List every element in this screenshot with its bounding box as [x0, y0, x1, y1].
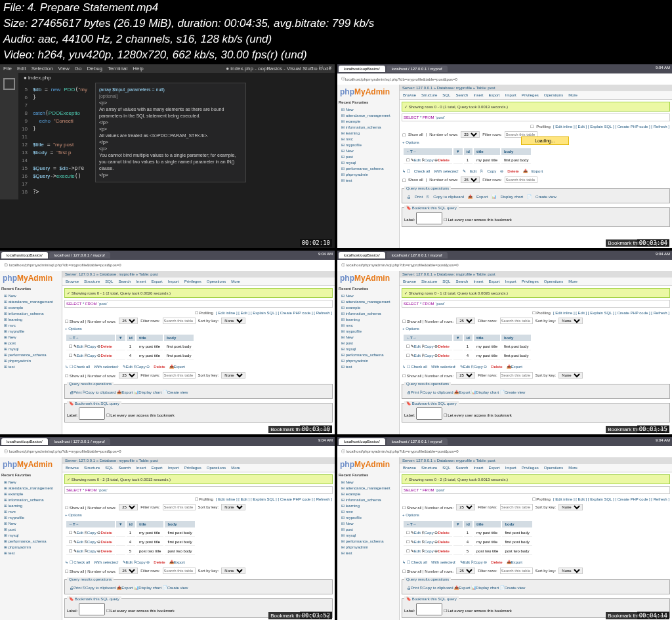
pma-tabs[interactable]: BrowseStructureSQLSearchInsertExportImpo… — [400, 91, 672, 100]
file-info-line3: Audio: aac, 44100 Hz, 2 channels, s16, 1… — [0, 31, 672, 47]
pma-panel-loading: localhost/oopBasics/ localhost / 127.0.0… — [337, 64, 672, 248]
timestamp: 00:03:04 — [637, 239, 669, 247]
code-editor[interactable]: $db = new PDO("my } catch(PDOExceptio ec… — [33, 86, 87, 196]
table-row[interactable]: ☐ ✎Edit ⎘Copy ⊖Delete4my post titlefirst… — [404, 538, 532, 546]
vscode-menubar[interactable]: FileEditSelectionViewGoDebugTerminalHelp… — [0, 64, 335, 73]
query-ops: Query results operations 🖨Print ⎘Copy to… — [402, 186, 670, 203]
table-row[interactable]: ☐ ✎Edit ⎘Copy ⊖Delete5post two titlepost… — [66, 547, 195, 555]
bulk-actions[interactable]: ↳ ☐ Check all With selected: ✎Edit ⎘Copy… — [400, 167, 672, 175]
breadcrumb[interactable]: Server: 127.0.0.1 » Database: myprofile … — [400, 85, 672, 91]
table-row[interactable]: ☐ ✎Edit ⎘Copy ⊖Delete1my post titlefirst… — [404, 529, 532, 537]
file-info-line1: File: 4. Prepare Statement.mp4 — [0, 0, 672, 16]
bookmark-label[interactable] — [416, 212, 442, 224]
table-row[interactable]: ☐ ✎Edit ⎘Copy ⊖Delete5post two titlepost… — [404, 547, 532, 555]
line-numbers: 56789101112131415161718 — [22, 86, 33, 196]
pma-panel-3: localhost/oopBasics/localhost / 127.0.0.… — [0, 251, 335, 434]
window-controls[interactable]: −□× — [307, 64, 335, 72]
pma-panel-5: localhost/oopBasics/localhost / 127.0.0.… — [0, 437, 335, 620]
db-tree[interactable]: ⊞ New⊞ attendance_management⊞ example⊞ i… — [337, 106, 399, 185]
rows-select[interactable]: 25 — [461, 131, 480, 138]
pma-main: Server: 127.0.0.1 » Database: myprofile … — [400, 85, 672, 248]
success-message: ✓ Showing rows 0 - 0 (1 total, Query too… — [402, 102, 670, 112]
editor-tab[interactable]: ● index.php — [18, 73, 335, 83]
table-row[interactable]: ☐ ✎Edit ⎘Copy ⊖Delete4my post titlefirst… — [404, 352, 531, 360]
vscode-panel: FileEditSelectionViewGoDebugTerminalHelp… — [0, 64, 335, 248]
intellisense-tooltip: (array $input_parameters = null) [option… — [95, 83, 246, 182]
table-row[interactable]: ☐ ✎Edit ⎘Copy ⊖Delete4my post titlefirst… — [66, 538, 195, 546]
table-row[interactable]: ☐ ✎Edit ⎘Copy ⊖Delete1my post titlefirst… — [404, 156, 531, 164]
file-info-line2: Size: 27465617 bytes (26.19 MiB), durati… — [0, 16, 672, 31]
loading-indicator: Loading... — [521, 136, 569, 145]
table-row[interactable]: ☐ ✎Edit ⎘Copy ⊖Delete4my post titlefirst… — [66, 352, 194, 360]
table-row[interactable]: ☐ ✎Edit ⎘Copy ⊖Delete1my post titlefirst… — [404, 342, 531, 350]
pma-sidebar[interactable]: phpMyAdmin Recent Favorites ⊞ New⊞ atten… — [337, 85, 400, 248]
table-row[interactable]: ☐ ✎Edit ⎘Copy ⊖Delete1my post titlefirst… — [66, 529, 195, 537]
timestamp: 00:02:10 — [300, 239, 332, 247]
results-table: ←T→▼idtitlebody ☐ ✎Edit ⎘Copy ⊖Delete1my… — [402, 147, 532, 165]
pma-panel-4: localhost/oopBasics/localhost / 127.0.0.… — [337, 251, 672, 434]
pma-panel-6: localhost/oopBasics/localhost / 127.0.0.… — [337, 437, 672, 620]
file-info-line4: Video: h264, yuv420p, 1280x720, 662 kb/s… — [0, 47, 672, 63]
explorer-icon[interactable] — [3, 78, 15, 90]
url-bar[interactable]: ⓘ localhost/phpmyadmin/sql.php?db=myprof… — [339, 75, 671, 83]
table-row[interactable]: ☐ ✎Edit ⎘Copy ⊖Delete1my post titlefirst… — [66, 342, 194, 350]
browser-tabs[interactable]: localhost/oopBasics/ localhost / 127.0.0… — [337, 64, 672, 73]
sql-query: SELECT * FROM `post` — [402, 114, 670, 121]
